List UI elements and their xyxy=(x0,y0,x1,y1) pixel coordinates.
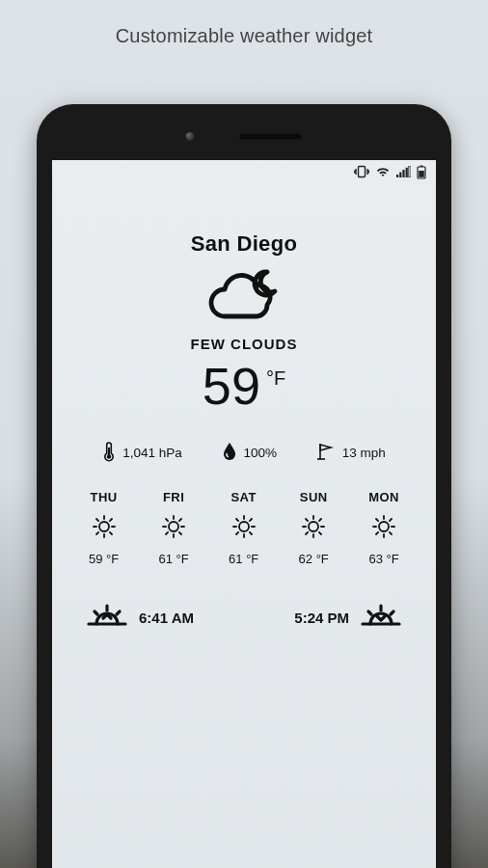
pressure-metric: 1,041 hPa xyxy=(102,441,182,465)
svg-point-14 xyxy=(169,522,178,531)
forecast-day-name: SUN xyxy=(300,490,328,504)
current-temperature: 59 °F xyxy=(79,360,409,412)
svg-rect-1 xyxy=(396,175,398,177)
wind-metric: 13 mph xyxy=(316,442,386,464)
forecast-day-temp: 61 °F xyxy=(159,552,189,566)
sunrise-icon xyxy=(87,603,127,633)
wind-flag-icon xyxy=(316,442,336,464)
phone-screen: San Diego FEW CLOUDS 59 °F xyxy=(52,160,436,868)
sunny-icon xyxy=(231,514,257,542)
sunset-icon xyxy=(361,603,401,633)
svg-rect-5 xyxy=(409,166,411,177)
humidity-metric: 100% xyxy=(222,442,278,464)
location-name: San Diego xyxy=(79,231,409,257)
thermometer-icon xyxy=(102,441,116,465)
forecast-day[interactable]: SAT 61 °F xyxy=(229,490,258,566)
current-condition-icon xyxy=(79,262,409,326)
temperature-value: 59 xyxy=(203,360,260,412)
forecast-day[interactable]: SUN 62 °F xyxy=(299,490,329,566)
forecast-day-temp: 59 °F xyxy=(89,552,119,566)
pressure-value: 1,041 hPa xyxy=(122,446,182,460)
forecast-day-temp: 61 °F xyxy=(229,552,258,566)
svg-point-13 xyxy=(99,522,109,531)
forecast-day-temp: 62 °F xyxy=(299,552,329,566)
signal-icon xyxy=(396,166,411,177)
svg-rect-0 xyxy=(359,167,366,177)
svg-point-16 xyxy=(309,522,318,531)
sunny-icon xyxy=(371,514,396,542)
forecast-day-name: MON xyxy=(368,490,399,504)
forecast-day-name: THU xyxy=(91,490,118,504)
svg-rect-8 xyxy=(419,171,424,177)
forecast-day[interactable]: MON 63 °F xyxy=(368,490,399,566)
vibrate-icon xyxy=(354,165,369,178)
phone-camera-dot xyxy=(186,132,195,141)
sunset-time: 5:24 PM xyxy=(294,610,349,626)
svg-point-15 xyxy=(239,522,249,531)
svg-rect-7 xyxy=(420,165,423,167)
forecast-row: THU 59 °F FRI xyxy=(79,490,409,566)
forecast-day-name: SAT xyxy=(230,490,257,504)
battery-icon xyxy=(417,165,426,179)
metrics-row: 1,041 hPa 100% xyxy=(79,441,409,465)
sunrise-time: 6:41 AM xyxy=(139,610,194,626)
svg-rect-4 xyxy=(406,168,408,177)
phone-speaker xyxy=(239,133,303,140)
droplet-icon xyxy=(222,442,237,464)
forecast-day-name: FRI xyxy=(163,490,184,504)
svg-point-17 xyxy=(379,522,389,531)
condition-label: FEW CLOUDS xyxy=(79,336,409,352)
temperature-unit: °F xyxy=(266,360,285,390)
sunset-box: 5:24 PM xyxy=(294,603,401,633)
promo-title: Customizable weather widget xyxy=(0,0,488,47)
wind-value: 13 mph xyxy=(342,446,386,460)
sunny-icon xyxy=(92,514,117,542)
sun-times-row: 6:41 AM 5:24 PM xyxy=(79,603,409,633)
humidity-value: 100% xyxy=(244,446,278,460)
forecast-day[interactable]: FRI 61 °F xyxy=(159,490,189,566)
forecast-day-temp: 63 °F xyxy=(368,552,398,566)
sunrise-box: 6:41 AM xyxy=(87,603,194,633)
sunny-icon xyxy=(301,514,326,542)
svg-rect-2 xyxy=(399,173,401,178)
sunny-icon xyxy=(161,514,186,542)
status-bar xyxy=(52,160,436,183)
svg-rect-3 xyxy=(402,170,404,177)
phone-frame: San Diego FEW CLOUDS 59 °F xyxy=(37,104,451,868)
phone-earpiece xyxy=(186,132,303,141)
forecast-day[interactable]: THU 59 °F xyxy=(89,490,119,566)
weather-widget[interactable]: San Diego FEW CLOUDS 59 °F xyxy=(52,183,436,646)
wifi-icon xyxy=(375,166,391,177)
